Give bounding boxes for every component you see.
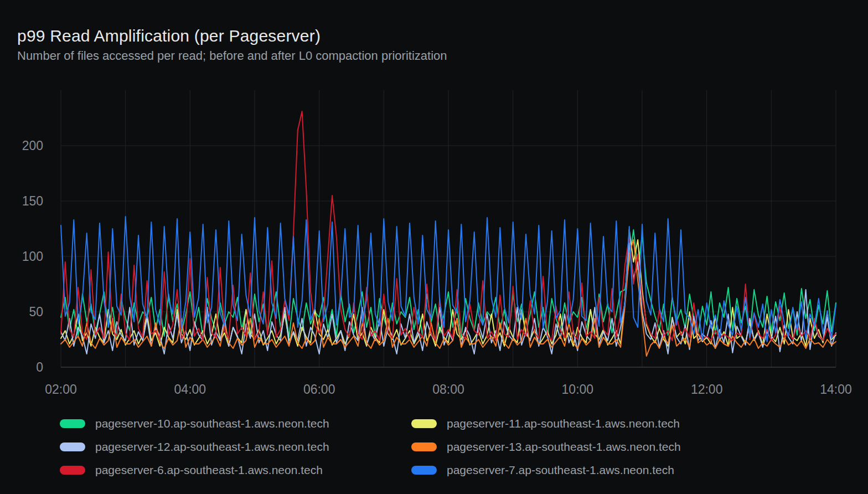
- legend-color-pill: [60, 442, 85, 451]
- legend-color-pill: [411, 466, 437, 475]
- x-tick-label: 10:00: [562, 382, 594, 397]
- line-chart[interactable]: [61, 90, 836, 367]
- x-tick-label: 04:00: [174, 382, 206, 397]
- x-tick-label: 06:00: [303, 382, 335, 397]
- x-tick-label: 14:00: [820, 382, 852, 397]
- x-tick-label: 12:00: [691, 382, 723, 397]
- x-axis-labels: 02:0004:0006:0008:0010:0012:0014:00: [61, 382, 836, 400]
- legend-item[interactable]: pageserver-6.ap-southeast-1.aws.neon.tec…: [60, 463, 411, 477]
- chart-subtitle: Number of files accessed per read; befor…: [17, 48, 447, 64]
- legend-item[interactable]: pageserver-12.ap-southeast-1.aws.neon.te…: [60, 440, 411, 454]
- chart-legend: pageserver-10.ap-southeast-1.aws.neon.te…: [60, 416, 681, 477]
- chart-plot-area[interactable]: [61, 90, 836, 367]
- legend-item-label: pageserver-7.ap-southeast-1.aws.neon.tec…: [447, 464, 674, 477]
- legend-item-label: pageserver-12.ap-southeast-1.aws.neon.te…: [95, 440, 329, 454]
- y-tick-label: 150: [22, 194, 43, 209]
- x-tick-label: 02:00: [45, 382, 77, 397]
- y-tick-label: 100: [22, 249, 43, 264]
- y-tick-label: 50: [29, 305, 43, 320]
- legend-color-pill: [411, 419, 437, 428]
- legend-item[interactable]: pageserver-7.ap-southeast-1.aws.neon.tec…: [411, 463, 681, 477]
- dashboard-panel: { "title": "p99 Read Amplification (per …: [0, 0, 868, 494]
- legend-item-label: pageserver-10.ap-southeast-1.aws.neon.te…: [95, 417, 329, 430]
- legend-color-pill: [60, 466, 85, 475]
- legend-item[interactable]: pageserver-11.ap-southeast-1.aws.neon.te…: [411, 416, 681, 430]
- legend-item-label: pageserver-11.ap-southeast-1.aws.neon.te…: [447, 417, 680, 430]
- legend-item-label: pageserver-13.ap-southeast-1.aws.neon.te…: [447, 440, 681, 454]
- legend-item[interactable]: pageserver-13.ap-southeast-1.aws.neon.te…: [411, 440, 681, 454]
- y-tick-label: 0: [36, 360, 43, 375]
- page-title: p99 Read Amplification (per Pageserver): [17, 25, 321, 47]
- legend-item[interactable]: pageserver-10.ap-southeast-1.aws.neon.te…: [60, 416, 411, 430]
- legend-color-pill: [411, 442, 437, 451]
- y-axis-labels: 050100150200: [0, 90, 50, 367]
- x-tick-label: 08:00: [432, 382, 464, 397]
- y-tick-label: 200: [22, 138, 43, 153]
- legend-item-label: pageserver-6.ap-southeast-1.aws.neon.tec…: [95, 464, 323, 477]
- legend-color-pill: [60, 419, 85, 428]
